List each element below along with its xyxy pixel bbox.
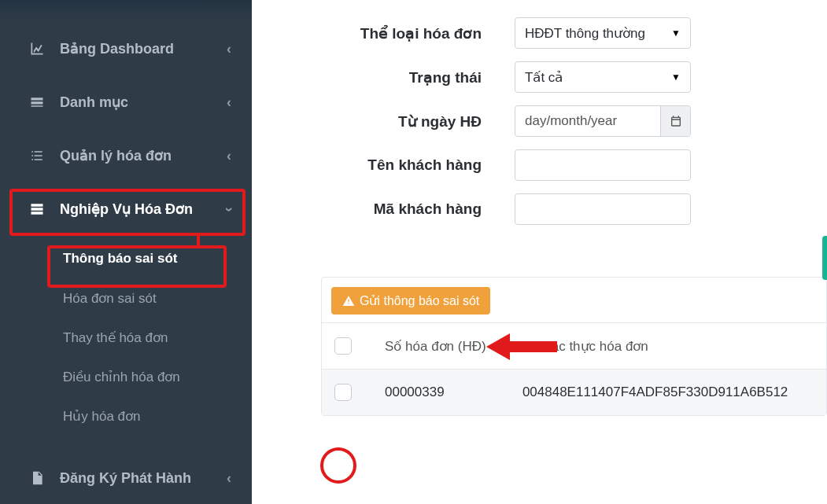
col-invoice-no: Số hóa đơn (HĐ) — [372, 323, 510, 370]
results-card: Gửi thông báo sai sót Số hóa đơn (HĐ) Mã… — [321, 277, 827, 416]
sidebar-top-shadow — [0, 0, 252, 22]
sidebar-sub-cancel-invoice[interactable]: Hủy hóa đơn — [0, 396, 252, 436]
chevron-down-icon: › — [221, 207, 238, 212]
results-table: Số hóa đơn (HĐ) Mã xác thực hóa đơn 0000… — [322, 322, 826, 415]
label-invoice-category: Thể loại hóa đơn — [269, 24, 505, 42]
sidebar: Bảng Dashboard ‹ Danh mục ‹ Quản lý hóa … — [0, 0, 252, 504]
select-all-checkbox[interactable] — [334, 337, 352, 355]
main-panel: Thể loại hóa đơn HĐĐT thông thường ▼ Trạ… — [252, 0, 827, 504]
button-label: Gửi thông báo sai sót — [360, 293, 479, 308]
chevron-left-icon: ‹ — [227, 94, 231, 111]
chevron-left-icon: ‹ — [227, 470, 231, 487]
chevron-left-icon: ‹ — [227, 148, 231, 164]
sidebar-subnav-invoice-ops: Thông báo sai sót Hóa đơn sai sót Thay t… — [0, 236, 252, 443]
file-icon — [28, 469, 46, 487]
chart-area-icon — [28, 40, 46, 57]
table-header-row: Số hóa đơn (HĐ) Mã xác thực hóa đơn — [322, 323, 826, 370]
cell-invoice-no: 00000339 — [372, 370, 510, 416]
label-customer-name: Tên khách hàng — [269, 156, 505, 174]
warning-icon — [342, 295, 355, 307]
col-auth-code: Mã xác thực hóa đơn — [510, 323, 826, 370]
date-placeholder: day/month/year — [525, 113, 617, 129]
cell-auth-code: 004848E111407F4ADF85F330D911A6B512 — [510, 370, 826, 416]
chevron-down-icon: ▼ — [671, 28, 681, 39]
sidebar-sub-replace-invoice[interactable]: Thay thế hóa đơn — [0, 318, 252, 357]
sidebar-item-label: Danh mục — [60, 94, 227, 111]
sidebar-sub-adjust-invoice[interactable]: Điều chỉnh hóa đơn — [0, 357, 252, 396]
sidebar-item-label: Bảng Dashboard — [60, 40, 227, 57]
sidebar-item-categories[interactable]: Danh mục ‹ — [0, 75, 252, 129]
sidebar-item-register-issue[interactable]: Đăng Ký Phát Hành ‹ — [0, 451, 252, 504]
row-checkbox[interactable] — [334, 384, 352, 401]
select-invoice-category[interactable]: HĐĐT thông thường ▼ — [515, 17, 691, 49]
sidebar-item-label: Đăng Ký Phát Hành — [60, 470, 227, 487]
sidebar-item-invoice-ops[interactable]: Nghiệp Vụ Hóa Đơn › — [0, 182, 252, 236]
stack-icon — [28, 200, 46, 218]
list-card-icon — [28, 94, 46, 111]
chevron-left-icon: ‹ — [227, 41, 231, 57]
filter-form: Thể loại hóa đơn HĐĐT thông thường ▼ Trạ… — [252, 8, 827, 255]
offscreen-search-button[interactable] — [822, 236, 827, 280]
sidebar-sub-error-invoice[interactable]: Hóa đơn sai sót — [0, 278, 252, 318]
select-value: HĐĐT thông thường — [525, 25, 645, 42]
calendar-icon[interactable] — [660, 106, 690, 136]
input-customer-name[interactable] — [515, 149, 691, 181]
input-customer-code[interactable] — [515, 193, 691, 225]
label-from-date: Từ ngày HĐ — [269, 112, 505, 131]
input-from-date[interactable]: day/month/year — [515, 105, 691, 137]
select-status[interactable]: Tất cả ▼ — [515, 61, 691, 93]
sidebar-item-invoice-mgmt[interactable]: Quản lý hóa đơn ‹ — [0, 129, 252, 182]
annotation-connector — [197, 234, 200, 248]
sidebar-sub-error-notice[interactable]: Thông báo sai sót — [0, 239, 252, 278]
sidebar-item-label: Quản lý hóa đơn — [60, 147, 227, 164]
sidebar-item-label: Nghiệp Vụ Hóa Đơn — [60, 200, 227, 218]
select-value: Tất cả — [525, 69, 563, 86]
table-row: 00000339 004848E111407F4ADF85F330D911A6B… — [322, 370, 826, 416]
chevron-down-icon: ▼ — [671, 72, 681, 83]
label-status: Trạng thái — [269, 68, 505, 86]
sidebar-item-dashboard[interactable]: Bảng Dashboard ‹ — [0, 22, 252, 75]
send-error-notice-button[interactable]: Gửi thông báo sai sót — [331, 287, 490, 315]
list-lines-icon — [28, 147, 46, 164]
label-customer-code: Mã khách hàng — [269, 200, 505, 218]
